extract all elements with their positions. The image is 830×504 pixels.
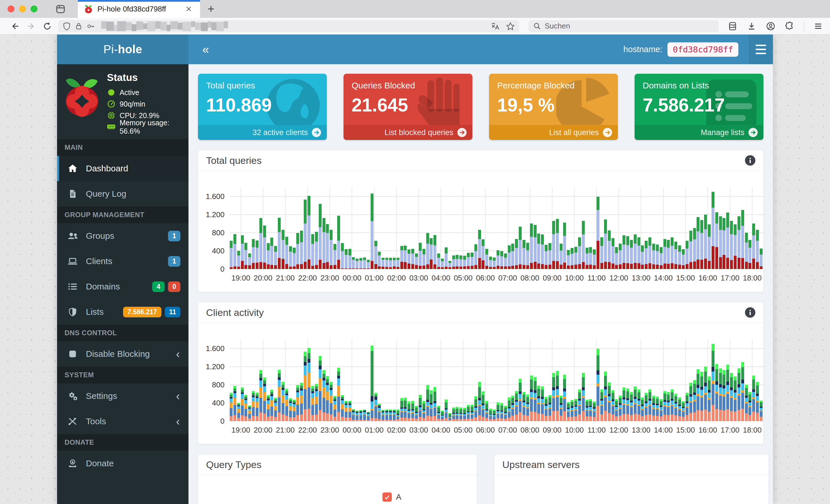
sidebar-item-domains[interactable]: Domains40 — [57, 274, 189, 299]
chart-bar[interactable] — [245, 395, 247, 421]
chart-bar[interactable] — [556, 371, 559, 421]
chart-bar[interactable] — [641, 397, 644, 421]
chart-bar[interactable] — [456, 407, 458, 421]
chart-bar[interactable] — [619, 396, 621, 421]
chart-bar[interactable] — [663, 239, 666, 269]
chart-bar[interactable] — [293, 400, 296, 421]
info-icon[interactable] — [745, 155, 755, 166]
chart-bar[interactable] — [263, 377, 266, 421]
chart-bar[interactable] — [637, 390, 640, 421]
chart-bar[interactable] — [667, 392, 670, 421]
chart-bar[interactable] — [748, 392, 751, 421]
chart-bar[interactable] — [300, 231, 303, 269]
new-tab-icon[interactable] — [204, 2, 218, 16]
chart-bar[interactable] — [585, 400, 588, 421]
chart-bar[interactable] — [437, 254, 440, 269]
lock-icon[interactable] — [75, 22, 82, 30]
chart-bar[interactable] — [348, 249, 351, 269]
chart-bar[interactable] — [367, 260, 370, 269]
chart-bar[interactable] — [230, 241, 232, 269]
chart-bar[interactable] — [411, 401, 414, 421]
close-window-button[interactable] — [7, 5, 14, 12]
chart-bar[interactable] — [300, 383, 303, 421]
chart-bar[interactable] — [574, 399, 577, 421]
sidebar-icon[interactable] — [728, 21, 737, 31]
chart-bar[interactable] — [359, 410, 362, 421]
chart-bar[interactable] — [519, 379, 522, 421]
chart-bar[interactable] — [378, 252, 381, 269]
chart-bar[interactable] — [445, 399, 448, 421]
download-icon[interactable] — [747, 21, 757, 31]
chart-bar[interactable] — [396, 258, 400, 269]
chart-bar[interactable] — [404, 398, 407, 421]
chart-bar[interactable] — [626, 389, 629, 421]
chart-bar[interactable] — [563, 375, 566, 421]
url-bar[interactable] — [58, 20, 519, 32]
chart-bar[interactable] — [608, 382, 611, 421]
chart-bar[interactable] — [256, 240, 258, 269]
chart-bar[interactable] — [252, 239, 255, 269]
chart-bar[interactable] — [515, 239, 518, 269]
chart-bar[interactable] — [671, 237, 673, 269]
chart-bar[interactable] — [371, 346, 374, 421]
chart-bar[interactable] — [356, 411, 358, 421]
chart-bar[interactable] — [504, 254, 507, 269]
chart-bar[interactable] — [511, 396, 514, 421]
chart-bar[interactable] — [741, 210, 744, 269]
chart-bar[interactable] — [656, 397, 659, 421]
chart-bar[interactable] — [415, 406, 418, 421]
chart-bar[interactable] — [448, 261, 451, 269]
chart-bar[interactable] — [737, 216, 740, 269]
chart-bar[interactable] — [556, 219, 559, 269]
chart-bar[interactable] — [497, 250, 500, 269]
chart-bar[interactable] — [248, 405, 251, 421]
chart-bar[interactable] — [667, 240, 670, 269]
chart-bar[interactable] — [426, 385, 429, 421]
chart-bar[interactable] — [459, 407, 462, 421]
chart-bar[interactable] — [697, 369, 699, 421]
chart-bar[interactable] — [637, 237, 640, 269]
chart-bar[interactable] — [293, 248, 296, 269]
chart-bar[interactable] — [567, 402, 570, 421]
sidebar-item-groups[interactable]: Groups1 — [57, 223, 189, 248]
chart-bar[interactable] — [326, 224, 329, 269]
chart-bar[interactable] — [522, 240, 525, 269]
chart-bar[interactable] — [352, 257, 355, 269]
chart-bar[interactable] — [678, 397, 681, 421]
sidebar-item-tools[interactable]: Tools‹ — [57, 409, 189, 434]
chart-bar[interactable] — [574, 247, 577, 269]
chart-bar[interactable] — [352, 409, 355, 421]
chart-bar[interactable] — [682, 249, 685, 269]
chart-bar[interactable] — [485, 401, 488, 421]
chart-bar[interactable] — [552, 221, 555, 269]
chart-bar[interactable] — [704, 214, 707, 269]
chart-bar[interactable] — [678, 245, 681, 269]
chart-bar[interactable] — [285, 237, 288, 269]
info-icon[interactable] — [745, 307, 755, 318]
chart-bar[interactable] — [715, 364, 718, 421]
chart-bar[interactable] — [371, 194, 374, 269]
chart-bar[interactable] — [285, 389, 288, 421]
chart-bar[interactable] — [704, 367, 707, 421]
chart-bar[interactable] — [330, 382, 332, 421]
chart-bar[interactable] — [560, 396, 563, 421]
chart-bar[interactable] — [319, 204, 322, 269]
chart-bar[interactable] — [600, 237, 603, 269]
chart-bar[interactable] — [745, 233, 748, 269]
chart-bar[interactable] — [534, 377, 537, 421]
legend-checkbox[interactable] — [382, 493, 392, 502]
chart-bar[interactable] — [634, 234, 637, 269]
chart-bar[interactable] — [597, 349, 600, 421]
chart-bar[interactable] — [689, 231, 692, 269]
chart-bar[interactable] — [489, 409, 492, 421]
chart-bar[interactable] — [741, 362, 744, 421]
chart-bar[interactable] — [534, 225, 537, 269]
chart-bar[interactable] — [408, 249, 410, 269]
chart-bar[interactable] — [571, 400, 574, 421]
chart-bar[interactable] — [274, 246, 277, 269]
chart-bar[interactable] — [723, 218, 725, 269]
chart-bar[interactable] — [419, 395, 422, 421]
chart-bar[interactable] — [471, 253, 474, 269]
chart-bar[interactable] — [296, 385, 299, 421]
chart-bar[interactable] — [474, 396, 477, 421]
